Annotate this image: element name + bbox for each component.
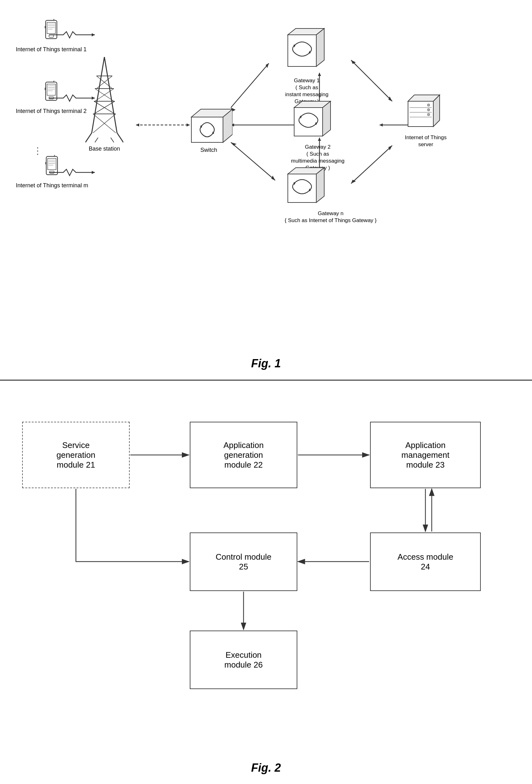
- fig1-arrows-svg: [0, 0, 532, 380]
- iot-terminal-1-label: Internet of Things terminal 1: [16, 46, 87, 53]
- svg-line-30: [92, 57, 104, 133]
- svg-line-47: [111, 138, 114, 142]
- svg-point-106: [427, 113, 430, 116]
- svg-marker-65: [351, 60, 356, 64]
- svg-marker-95: [316, 168, 324, 202]
- svg-line-60: [231, 142, 275, 180]
- svg-rect-25: [46, 162, 47, 164]
- svg-line-44: [85, 133, 92, 142]
- iot-terminal-2-label: Internet of Things terminal 2: [16, 108, 87, 115]
- svg-marker-64: [388, 96, 392, 101]
- svg-marker-50: [92, 171, 95, 174]
- svg-line-63: [351, 60, 392, 101]
- svg-marker-88: [294, 108, 323, 136]
- fig1-diagram: Internet of Things terminal 1 Internet o…: [0, 0, 532, 380]
- svg-point-104: [427, 104, 430, 106]
- svg-marker-55: [266, 63, 269, 68]
- svg-rect-12: [49, 97, 53, 99]
- svg-marker-53: [136, 123, 139, 127]
- svg-marker-93: [288, 174, 316, 202]
- svg-rect-20: [47, 156, 58, 175]
- svg-marker-48: [92, 33, 95, 36]
- gatewayn-label: Gateway n{ Such as Internet of Things Ga…: [285, 210, 377, 224]
- switch-icon: [185, 104, 232, 149]
- service-generation-module-label: Servicegenerationmodule 21: [57, 440, 95, 470]
- iot-terminal-1: Internet of Things terminal 1: [16, 19, 87, 53]
- svg-rect-22: [50, 171, 54, 173]
- application-generation-module: Applicationgenerationmodule 22: [190, 422, 297, 488]
- iot-server-box: Internet of Thingsserver: [405, 92, 447, 148]
- svg-rect-15: [45, 88, 46, 90]
- iot-server-icon: [405, 92, 446, 133]
- phone-icon-1: [42, 19, 61, 44]
- base-station-label: Base station: [89, 145, 120, 152]
- base-station: Base station: [85, 57, 123, 152]
- iot-terminal-2: Internet of Things terminal 2: [16, 81, 87, 115]
- svg-rect-2: [49, 35, 53, 37]
- svg-marker-85: [316, 28, 324, 66]
- gateway2-icon: [291, 98, 335, 142]
- access-module: Access module24: [370, 532, 481, 591]
- svg-rect-10: [46, 82, 57, 100]
- switch-box: Switch: [185, 104, 232, 153]
- iot-terminal-m-label: Internet of Things terminal m: [16, 182, 88, 189]
- phone-icon-2: [42, 81, 61, 106]
- iot-terminal-m: Internet of Things terminal m: [16, 155, 88, 189]
- gatewayn-icon: [285, 165, 329, 209]
- fig2-label: Fig. 2: [251, 761, 281, 775]
- phone-icon-m: [43, 155, 61, 180]
- service-generation-module: Servicegenerationmodule 21: [22, 422, 130, 488]
- svg-line-45: [117, 133, 123, 142]
- fig2-diagram: Servicegenerationmodule 21 Applicationge…: [0, 380, 532, 784]
- svg-line-31: [104, 57, 117, 133]
- svg-marker-68: [380, 123, 383, 127]
- access-module-label: Access module24: [398, 552, 453, 572]
- application-generation-module-label: Applicationgenerationmodule 22: [223, 440, 263, 470]
- tower-icon: [85, 57, 123, 145]
- control-module-label: Control module25: [216, 552, 271, 572]
- execution-module: Executionmodule 26: [190, 631, 297, 689]
- gatewayn-box: Gateway n{ Such as Internet of Things Ga…: [285, 165, 377, 224]
- svg-marker-70: [388, 145, 392, 150]
- svg-rect-5: [45, 26, 46, 28]
- svg-point-105: [427, 109, 430, 111]
- iot-server-label: Internet of Thingsserver: [405, 134, 447, 148]
- svg-marker-61: [271, 176, 275, 180]
- svg-line-54: [231, 63, 269, 108]
- application-management-module-label: Applicationmanagementmodule 23: [401, 440, 449, 470]
- svg-marker-83: [288, 35, 316, 66]
- dots-separator: ⋮: [33, 145, 42, 156]
- gateway2-box: Gateway 2( Such asmultimedia messagingGa…: [291, 98, 344, 171]
- gateway1-box: Gateway 1( Such asinstant messagingGatew…: [285, 25, 329, 105]
- control-module: Control module25: [190, 532, 297, 591]
- svg-line-46: [95, 138, 98, 142]
- svg-rect-0: [46, 20, 57, 38]
- application-management-module: Applicationmanagementmodule 23: [370, 422, 481, 488]
- svg-marker-90: [323, 101, 331, 136]
- fig1-label: Fig. 1: [251, 357, 281, 370]
- svg-marker-78: [191, 117, 223, 142]
- execution-module-label: Executionmodule 26: [224, 650, 262, 670]
- gateway1-icon: [285, 25, 329, 76]
